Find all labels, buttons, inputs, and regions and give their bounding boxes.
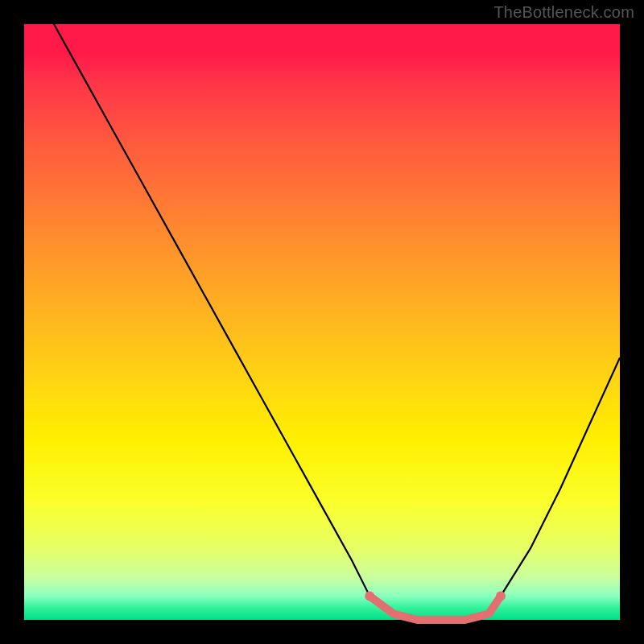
watermark-text: TheBottleneck.com (493, 3, 634, 22)
bottleneck-curve-path (54, 24, 620, 620)
highlight-start-dot (365, 591, 374, 601)
highlight-end-dot (496, 591, 506, 601)
curve-svg (24, 24, 620, 620)
plot-area (24, 24, 620, 620)
highlight-segment-path (369, 596, 501, 620)
chart-frame: TheBottleneck.com (0, 0, 644, 644)
